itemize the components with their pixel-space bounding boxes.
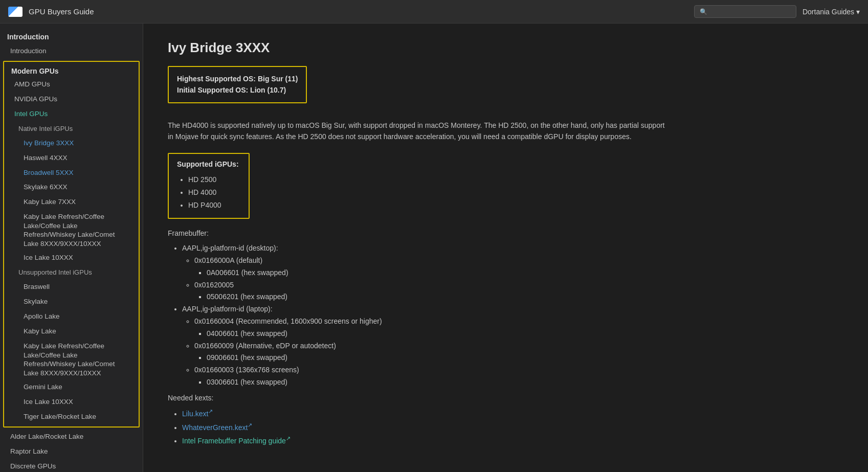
sidebar-item-nvidia-gpus[interactable]: NVIDIA GPUs: [4, 92, 139, 107]
kext-lilu: Lilu.kext↗: [182, 407, 843, 420]
kexts-label: Needed kexts:: [168, 394, 843, 402]
dortania-menu[interactable]: Dortania Guides ▾: [803, 8, 860, 16]
framebuffer-list: AAPL,ig-platform-id (desktop): 0x0166000…: [168, 242, 843, 389]
main-layout: Introduction Introduction Modern GPUs AM…: [0, 24, 868, 472]
framebuffer-laptop-03006601: 03006601 (hex swapped): [207, 376, 843, 389]
sidebar-item-kabylake-refresh-unsupported[interactable]: Kaby Lake Refresh/Coffee Lake/Coffee Lak…: [4, 339, 139, 380]
sidebar-item-introduction[interactable]: Introduction: [0, 44, 143, 59]
sidebar-highlighted-modern-gpus: Modern GPUs AMD GPUs NVIDIA GPUs Intel G…: [3, 61, 140, 428]
sidebar-section-introduction: Introduction: [0, 28, 143, 44]
framebuffer-guide-external-icon: ↗: [286, 436, 291, 442]
sidebar-item-raptorlake[interactable]: Raptor Lake: [0, 444, 143, 459]
igpu-box: Supported iGPUs: HD 2500 HD 4000 HD P400…: [168, 153, 250, 219]
highest-os-text: Highest Supported OS: Big Sur (11): [177, 73, 298, 84]
lilu-kext-link[interactable]: Lilu.kext↗: [182, 410, 213, 418]
framebuffer-desktop: AAPL,ig-platform-id (desktop): 0x0166000…: [182, 242, 843, 303]
app-logo: [8, 7, 23, 17]
sidebar-item-intel-gpus[interactable]: Intel GPUs: [4, 107, 139, 122]
sidebar-item-apollo-lake[interactable]: Apollo Lake: [4, 309, 139, 324]
igpu-item-hd2500: HD 2500: [188, 173, 240, 186]
sidebar-item-skylake6[interactable]: Skylake 6XXX: [4, 180, 139, 195]
sidebar-item-alderlake[interactable]: Alder Lake/Rocket Lake: [0, 430, 143, 444]
framebuffer-guide-link[interactable]: Intel Framebuffer Patching guide↗: [182, 437, 291, 445]
highest-os-box: Highest Supported OS: Big Sur (11) Initi…: [168, 66, 307, 103]
igpu-box-title: Supported iGPUs:: [177, 160, 240, 168]
sidebar-subgroup-unsupported-igpus: Unsupported Intel iGPUs: [4, 265, 139, 280]
whatevergreen-link[interactable]: WhateverGreen.kext↗: [182, 423, 252, 432]
framebuffer-laptop-0x01660003: 0x01660003 (1366x768 screens) 03006601 (…: [194, 364, 843, 389]
sidebar-item-icelake10-unsupported[interactable]: Ice Lake 10XXX: [4, 395, 139, 410]
sidebar-item-discrete-gpus[interactable]: Discrete GPUs: [0, 459, 143, 472]
framebuffer-laptop-0x01660004: 0x01660004 (Recommended, 1600x900 screen…: [194, 316, 843, 340]
kexts-list: Lilu.kext↗ WhateverGreen.kext↗ Intel Fra…: [168, 407, 843, 447]
sidebar-item-broadwell[interactable]: Broadwell 5XXX: [4, 166, 139, 181]
main-content: Ivy Bridge 3XXX Highest Supported OS: Bi…: [143, 24, 868, 472]
app-header: GPU Buyers Guide 🔍 Dortania Guides ▾: [0, 0, 868, 24]
description: The HD4000 is supported natively up to m…: [168, 120, 669, 143]
sidebar-item-tigerlake[interactable]: Tiger Lake/Rocket Lake: [4, 410, 139, 424]
search-icon: 🔍: [700, 8, 707, 15]
framebuffer-desktop-0x01620005: 0x01620005 05006201 (hex swapped): [194, 279, 843, 304]
kext-whatevergreen: WhateverGreen.kext↗: [182, 420, 843, 434]
sidebar-item-kabylake7[interactable]: Kaby Lake 7XXX: [4, 195, 139, 210]
framebuffer-laptop-04006601: 04006601 (hex swapped): [207, 328, 843, 340]
sidebar-item-haswell[interactable]: Haswell 4XXX: [4, 151, 139, 166]
sidebar-item-skylake-unsupported[interactable]: Skylake: [4, 295, 139, 309]
igpu-list: HD 2500 HD 4000 HD P4000: [177, 173, 240, 212]
igpu-item-hdp4000: HD P4000: [188, 199, 240, 212]
sidebar-item-kabylake-unsupported[interactable]: Kaby Lake: [4, 324, 139, 339]
search-input[interactable]: [710, 8, 791, 15]
sidebar-item-kabylake-refresh[interactable]: Kaby Lake Refresh/Coffee Lake/Coffee Lak…: [4, 210, 139, 251]
sidebar-section-modern-gpus: Modern GPUs: [4, 64, 139, 77]
sidebar: Introduction Introduction Modern GPUs AM…: [0, 24, 143, 472]
lilu-external-icon: ↗: [208, 409, 213, 415]
page-title: Ivy Bridge 3XXX: [168, 40, 843, 56]
sidebar-item-amd-gpus[interactable]: AMD GPUs: [4, 77, 139, 92]
framebuffer-laptop: AAPL,ig-platform-id (laptop): 0x01660004…: [182, 303, 843, 389]
search-bar[interactable]: 🔍: [694, 5, 796, 18]
kext-framebuffer-guide: Intel Framebuffer Patching guide↗: [182, 434, 843, 447]
framebuffer-label: Framebuffer:: [168, 229, 843, 237]
framebuffer-laptop-0x01660009: 0x01660009 (Alternative, eDP or autodete…: [194, 340, 843, 365]
framebuffer-laptop-09006601: 09006601 (hex swapped): [207, 352, 843, 364]
framebuffer-desktop-05006201: 05006201 (hex swapped): [207, 291, 843, 303]
framebuffer-desktop-0x0166000a: 0x0166000A (default) 0A006601 (hex swapp…: [194, 255, 843, 279]
whatevergreen-external-icon: ↗: [248, 422, 252, 428]
igpu-item-hd4000: HD 4000: [188, 186, 240, 199]
sidebar-item-braswell[interactable]: Braswell: [4, 280, 139, 295]
initial-os-text: Initial Supported OS: Lion (10.7): [177, 84, 298, 96]
app-title: GPU Buyers Guide: [29, 7, 94, 16]
sidebar-item-gemini-lake[interactable]: Gemini Lake: [4, 380, 139, 395]
sidebar-item-icelake10[interactable]: Ice Lake 10XXX: [4, 251, 139, 265]
sidebar-subgroup-native-igpus: Native Intel iGPUs: [4, 122, 139, 136]
sidebar-item-ivy-bridge[interactable]: Ivy Bridge 3XXX: [4, 136, 139, 151]
framebuffer-desktop-0A006601: 0A006601 (hex swapped): [207, 267, 843, 279]
